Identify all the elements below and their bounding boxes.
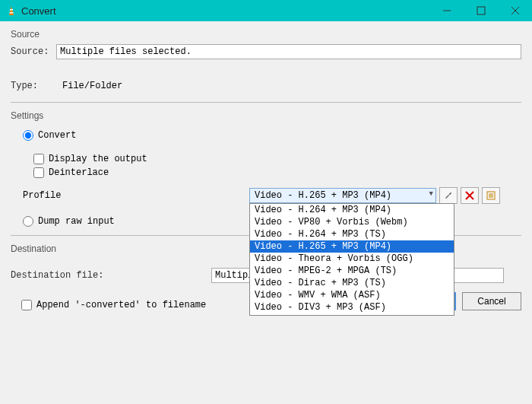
edit-profile-button[interactable] bbox=[439, 187, 458, 204]
window-title: Convert bbox=[21, 5, 429, 17]
profile-option[interactable]: Video - MPEG-2 + MPGA (TS) bbox=[250, 265, 454, 277]
new-profile-button[interactable] bbox=[482, 187, 500, 204]
chevron-down-icon: ▼ bbox=[429, 190, 433, 198]
deinterlace-checkbox-input[interactable] bbox=[33, 167, 44, 178]
source-label: Source: bbox=[11, 46, 56, 57]
convert-radio-label: Convert bbox=[38, 130, 76, 141]
dump-raw-radio[interactable]: Dump raw input bbox=[23, 216, 115, 227]
deinterlace-label: Deinterlace bbox=[49, 167, 109, 178]
close-button[interactable] bbox=[498, 0, 532, 21]
convert-radio[interactable]: Convert bbox=[23, 130, 76, 141]
titlebar: Convert bbox=[0, 0, 532, 21]
profile-combo[interactable]: Video - H.265 + MP3 (MP4) ▼ Video - H.26… bbox=[249, 188, 436, 203]
x-icon bbox=[464, 190, 475, 201]
profile-option[interactable]: Video - H.264 + MP3 (TS) bbox=[250, 228, 454, 240]
source-section-label: Source bbox=[11, 29, 521, 40]
profile-option[interactable]: Video - Dirac + MP3 (TS) bbox=[250, 277, 454, 289]
settings-section-label: Settings bbox=[11, 110, 521, 121]
divider bbox=[11, 102, 521, 103]
type-value: File/Folder bbox=[62, 81, 122, 91]
convert-radio-input[interactable] bbox=[23, 130, 33, 141]
delete-profile-button[interactable] bbox=[461, 187, 479, 204]
profile-option[interactable]: Video - DIV3 + MP3 (ASF) bbox=[250, 301, 454, 313]
source-input[interactable] bbox=[56, 44, 521, 59]
svg-rect-2 bbox=[10, 12, 14, 14]
profile-option[interactable]: Video - Theora + Vorbis (OGG) bbox=[250, 253, 454, 265]
profile-combo-value[interactable]: Video - H.265 + MP3 (MP4) ▼ bbox=[249, 188, 436, 203]
svg-rect-1 bbox=[10, 9, 13, 11]
type-label: Type: bbox=[11, 81, 56, 91]
profile-option[interactable]: Video - H.264 + MP3 (MP4) bbox=[250, 204, 454, 216]
append-converted-label: Append '-converted' to filename bbox=[36, 300, 206, 310]
dump-raw-label: Dump raw input bbox=[38, 216, 115, 227]
profile-option[interactable]: Video - VP80 + Vorbis (Webm) bbox=[250, 216, 454, 228]
maximize-button[interactable] bbox=[464, 0, 498, 21]
append-converted-checkbox-input[interactable] bbox=[21, 300, 32, 310]
dump-raw-radio-input[interactable] bbox=[23, 216, 33, 227]
vlc-cone-icon bbox=[6, 5, 17, 16]
destination-file-label: Destination file: bbox=[11, 270, 117, 281]
profile-dropdown[interactable]: Video - H.264 + MP3 (MP4)Video - VP80 + … bbox=[249, 203, 454, 316]
display-output-label: Display the output bbox=[49, 154, 147, 164]
profile-option[interactable]: Video - WMV + WMA (ASF) bbox=[250, 289, 454, 301]
profile-label: Profile bbox=[11, 190, 249, 201]
wrench-icon bbox=[443, 190, 454, 201]
new-file-icon bbox=[486, 190, 496, 201]
profile-option[interactable]: Audio - Vorbis (OGG) bbox=[250, 313, 454, 316]
display-output-checkbox[interactable]: Display the output bbox=[33, 154, 521, 164]
display-output-checkbox-input[interactable] bbox=[33, 154, 44, 164]
svg-marker-0 bbox=[9, 6, 14, 15]
profile-option[interactable]: Video - H.265 + MP3 (MP4) bbox=[250, 240, 454, 253]
deinterlace-checkbox[interactable]: Deinterlace bbox=[33, 167, 521, 178]
svg-rect-4 bbox=[477, 7, 485, 14]
minimize-button[interactable] bbox=[429, 0, 464, 21]
cancel-button[interactable]: Cancel bbox=[462, 292, 521, 310]
